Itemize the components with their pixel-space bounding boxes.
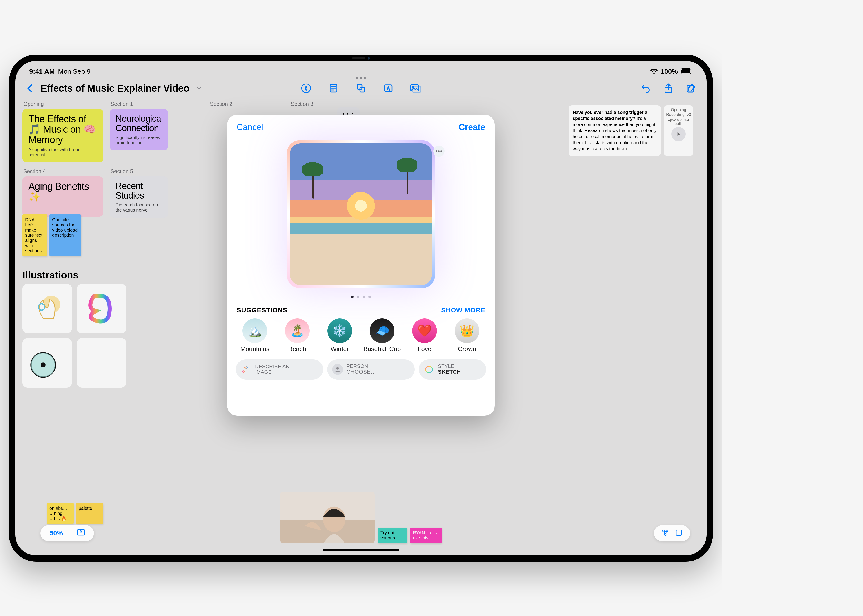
page-dot[interactable] xyxy=(362,295,365,298)
generated-image xyxy=(290,143,432,285)
beach-icon: 🏝️ xyxy=(285,319,310,343)
zoom-value: 50% xyxy=(49,529,63,537)
suggestions-label: SUGGESTIONS xyxy=(237,306,287,314)
style-ring-icon xyxy=(424,364,435,375)
more-options-button[interactable] xyxy=(433,146,444,157)
describe-image-chip[interactable]: DESCRIBE AN IMAGE xyxy=(236,359,323,380)
cancel-button[interactable]: Cancel xyxy=(237,123,263,132)
chip-label: DESCRIBE AN xyxy=(255,364,290,369)
image-playground-modal: Cancel Create SUGGESTIONS SHOW MORE xyxy=(227,115,494,416)
suggestions-row: 🏔️ Mountains 🏝️ Beach ❄️ Winter 🧢 Baseba… xyxy=(227,314,494,353)
chip-label: IMAGE xyxy=(255,369,290,375)
zoom-fit-icon[interactable] xyxy=(77,529,85,537)
person-icon xyxy=(332,364,343,375)
page-dot[interactable] xyxy=(351,295,354,298)
suggestion-love[interactable]: ❤️ Love xyxy=(405,319,444,353)
canvas-view-icon[interactable] xyxy=(676,529,682,537)
show-more-button[interactable]: SHOW MORE xyxy=(441,306,485,314)
suggestion-beach[interactable]: 🏝️ Beach xyxy=(278,319,317,353)
home-indicator[interactable] xyxy=(323,549,399,551)
ipad-frame: 9:41 AM Mon Sep 9 100% Effects of Music xyxy=(9,55,713,562)
suggestion-label: Winter xyxy=(331,346,349,353)
suggestion-label: Beach xyxy=(288,346,306,353)
page-dot[interactable] xyxy=(369,295,371,298)
heart-icon: ❤️ xyxy=(412,319,437,343)
svg-rect-26 xyxy=(676,530,682,535)
person-chip[interactable]: PERSON CHOOSE… xyxy=(327,359,415,380)
svg-point-20 xyxy=(336,367,339,369)
suggestion-label: Mountains xyxy=(240,346,269,353)
camera-notch xyxy=(341,56,381,61)
suggestion-winter[interactable]: ❄️ Winter xyxy=(321,319,359,353)
crown-icon: 👑 xyxy=(455,319,479,343)
svg-point-21 xyxy=(426,366,432,373)
cap-icon: 🧢 xyxy=(370,319,394,343)
chip-label: PERSON xyxy=(346,364,376,369)
sparkle-icon xyxy=(241,364,252,375)
divider xyxy=(70,529,70,537)
suggestion-baseball-cap[interactable]: 🧢 Baseball Cap xyxy=(363,319,401,353)
snowflake-icon: ❄️ xyxy=(328,319,352,343)
page-dot[interactable] xyxy=(357,295,359,298)
suggestion-label: Love xyxy=(418,346,432,353)
chip-value: CHOOSE… xyxy=(346,369,376,375)
chip-label: STYLE xyxy=(438,364,461,369)
suggestion-label: Baseball Cap xyxy=(364,346,401,353)
chip-value: SKETCH xyxy=(438,369,461,375)
suggestion-crown[interactable]: 👑 Crown xyxy=(448,319,486,353)
zoom-control[interactable]: 50% xyxy=(41,525,94,541)
view-switch[interactable] xyxy=(654,525,690,541)
create-button[interactable]: Create xyxy=(459,123,485,132)
preview-image[interactable] xyxy=(287,140,435,288)
style-chip[interactable]: STYLE SKETCH xyxy=(419,359,486,380)
screen: 9:41 AM Mon Sep 9 100% Effects of Music xyxy=(15,61,707,555)
suggestion-mountains[interactable]: 🏔️ Mountains xyxy=(236,319,274,353)
mountain-icon: 🏔️ xyxy=(243,319,267,343)
graph-view-icon[interactable] xyxy=(661,529,669,537)
page-dots[interactable] xyxy=(227,295,494,298)
suggestion-label: Crown xyxy=(458,346,476,353)
